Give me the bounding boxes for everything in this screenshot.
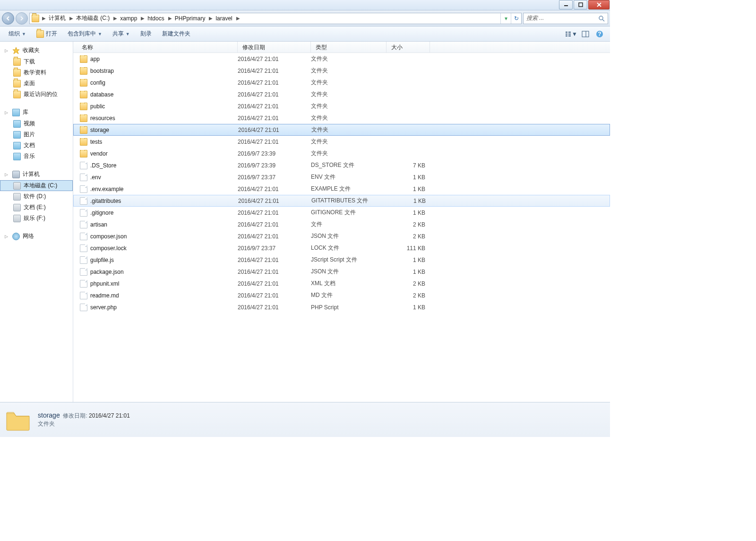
sidebar-item-label: 文档 (E:) <box>24 203 46 211</box>
breadcrumb-dropdown-button[interactable]: ▾ <box>500 13 511 24</box>
breadcrumb-segment[interactable]: htdocs <box>146 13 167 24</box>
file-row[interactable]: bootstrap2016/4/27 21:01文件夹 <box>73 65 610 77</box>
breadcrumb-segment[interactable]: laravel <box>214 13 235 24</box>
column-header-type[interactable]: 类型 <box>311 42 387 52</box>
breadcrumb-segment[interactable]: 计算机 <box>47 13 69 24</box>
sidebar-item[interactable]: 文档 (E:) <box>0 202 73 213</box>
share-menu[interactable]: 共享▼ <box>108 28 135 40</box>
sidebar-item[interactable]: 下载 <box>0 56 73 67</box>
file-row[interactable]: composer.json2016/4/27 21:01JSON 文件2 KB <box>73 230 610 242</box>
burn-button[interactable]: 刻录 <box>136 28 156 40</box>
folder-icon <box>13 91 21 98</box>
preview-pane-button[interactable] <box>579 28 592 40</box>
sidebar-item[interactable]: 本地磁盘 (C:) <box>0 180 73 191</box>
close-button[interactable] <box>588 0 610 9</box>
sidebar-group-computer[interactable]: ▷计算机 <box>0 168 73 180</box>
file-row[interactable]: phpunit.xml2016/4/27 21:01XML 文档2 KB <box>73 278 610 289</box>
file-date: 2016/4/27 21:01 <box>238 257 311 263</box>
file-name: .DS_Store <box>90 162 116 169</box>
sidebar-group-favorites[interactable]: ▷收藏夹 <box>0 44 73 56</box>
sidebar-item[interactable]: 教学资料 <box>0 67 73 78</box>
file-row[interactable]: .gitignore2016/4/27 21:01GITIGNORE 文件1 K… <box>73 207 610 218</box>
nav-back-button[interactable] <box>2 12 14 25</box>
column-header-name[interactable]: 名称 <box>73 42 238 52</box>
chevron-right-icon[interactable]: ▶ <box>112 16 118 21</box>
navigation-pane[interactable]: ▷收藏夹 下载教学资料桌面最近访问的位 ▷库 视频图片文档音乐 ▷计算机 本地磁… <box>0 42 73 402</box>
sidebar-item[interactable]: 桌面 <box>0 78 73 89</box>
file-icon <box>80 185 87 193</box>
file-type: 文件夹 <box>311 149 387 157</box>
file-row[interactable]: app2016/4/27 21:01文件夹 <box>73 53 610 65</box>
file-row[interactable]: vendor2016/9/7 23:39文件夹 <box>73 148 610 159</box>
column-header-date[interactable]: 修改日期 <box>238 42 311 52</box>
view-options-button[interactable]: ▼ <box>565 28 578 40</box>
sidebar-item[interactable]: 最近访问的位 <box>0 89 73 100</box>
sidebar-group-network[interactable]: ▷网络 <box>0 230 73 242</box>
file-date: 2016/4/27 21:01 <box>238 198 311 204</box>
file-row[interactable]: composer.lock2016/9/7 23:37LOCK 文件111 KB <box>73 242 610 254</box>
file-icon <box>80 280 87 288</box>
sidebar-item[interactable]: 音乐 <box>0 151 73 162</box>
refresh-button[interactable]: ↻ <box>511 13 521 24</box>
organize-menu[interactable]: 组织▼ <box>4 28 31 40</box>
file-row[interactable]: .env2016/9/7 23:37ENV 文件1 KB <box>73 171 610 183</box>
file-size: 111 KB <box>387 245 430 252</box>
file-row[interactable]: server.php2016/4/27 21:01PHP Script1 KB <box>73 301 610 313</box>
file-size: 2 KB <box>387 221 430 228</box>
breadcrumb-segment[interactable]: 本地磁盘 (C:) <box>74 13 112 24</box>
file-type: GITIGNORE 文件 <box>311 209 387 217</box>
chevron-right-icon[interactable]: ▶ <box>235 16 241 21</box>
file-type: 文件夹 <box>311 90 387 98</box>
file-date: 2016/4/27 21:01 <box>238 139 311 145</box>
open-button[interactable]: 打开 <box>32 28 62 40</box>
sidebar-item[interactable]: 软件 (D:) <box>0 191 73 202</box>
breadcrumb-segment[interactable]: PHPprimary <box>173 13 208 24</box>
file-list[interactable]: 名称 修改日期 类型 大小 app2016/4/27 21:01文件夹boots… <box>73 42 610 402</box>
sidebar-group-libraries[interactable]: ▷库 <box>0 106 73 118</box>
include-in-library-menu[interactable]: 包含到库中▼ <box>63 28 107 40</box>
sidebar-item[interactable]: 视频 <box>0 118 73 129</box>
breadcrumb[interactable]: ▶ 计算机▶本地磁盘 (C:)▶xampp▶htdocs▶PHPprimary▶… <box>29 13 522 24</box>
file-name: composer.lock <box>90 245 127 252</box>
file-row[interactable]: resources2016/4/27 21:01文件夹 <box>73 112 610 124</box>
file-icon <box>80 221 87 228</box>
minimize-button[interactable] <box>559 0 573 9</box>
sidebar-item[interactable]: 图片 <box>0 129 73 140</box>
file-row[interactable]: .DS_Store2016/9/7 23:39DS_STORE 文件7 KB <box>73 159 610 171</box>
file-icon <box>80 256 87 264</box>
file-row[interactable]: gulpfile.js2016/4/27 21:01JScript Script… <box>73 254 610 266</box>
sidebar-item[interactable]: 娱乐 (F:) <box>0 213 73 224</box>
breadcrumb-segment[interactable]: xampp <box>118 13 140 24</box>
file-row[interactable]: readme.md2016/4/27 21:01MD 文件2 KB <box>73 289 610 301</box>
chevron-right-icon[interactable]: ▶ <box>167 16 173 21</box>
chevron-right-icon[interactable]: ▶ <box>41 16 47 21</box>
column-header-size[interactable]: 大小 <box>387 42 430 52</box>
file-size: 1 KB <box>387 257 430 263</box>
chevron-right-icon[interactable]: ▶ <box>140 16 146 21</box>
search-input[interactable]: 搜索 ... <box>523 13 608 24</box>
file-row[interactable]: .gitattributes2016/4/27 21:01GITATTRIBUT… <box>73 195 610 207</box>
file-row[interactable]: storage2016/4/27 21:01文件夹 <box>73 124 610 136</box>
maximize-button[interactable] <box>574 0 587 9</box>
chevron-right-icon[interactable]: ▶ <box>208 16 214 21</box>
file-row[interactable]: database2016/4/27 21:01文件夹 <box>73 88 610 100</box>
file-date: 2016/4/27 21:01 <box>238 115 311 122</box>
file-row[interactable]: package.json2016/4/27 21:01JSON 文件1 KB <box>73 266 610 278</box>
file-row[interactable]: artisan2016/4/27 21:01文件2 KB <box>73 218 610 230</box>
chevron-right-icon[interactable]: ▶ <box>69 16 74 21</box>
file-icon <box>80 304 87 311</box>
file-icon <box>80 292 87 299</box>
file-row[interactable]: .env.example2016/4/27 21:01EXAMPLE 文件1 K… <box>73 183 610 195</box>
file-size: 7 KB <box>387 162 430 169</box>
svg-line-5 <box>602 19 604 21</box>
file-icon <box>80 209 87 217</box>
file-size: 2 KB <box>387 280 430 287</box>
help-button[interactable]: ? <box>593 28 606 40</box>
new-folder-button[interactable]: 新建文件夹 <box>157 28 195 40</box>
file-row[interactable]: public2016/4/27 21:01文件夹 <box>73 100 610 112</box>
file-row[interactable]: tests2016/4/27 21:01文件夹 <box>73 136 610 148</box>
file-row[interactable]: config2016/4/27 21:01文件夹 <box>73 77 610 88</box>
file-date: 2016/4/27 21:01 <box>238 280 311 287</box>
nav-forward-button[interactable] <box>16 12 28 25</box>
sidebar-item[interactable]: 文档 <box>0 140 73 151</box>
